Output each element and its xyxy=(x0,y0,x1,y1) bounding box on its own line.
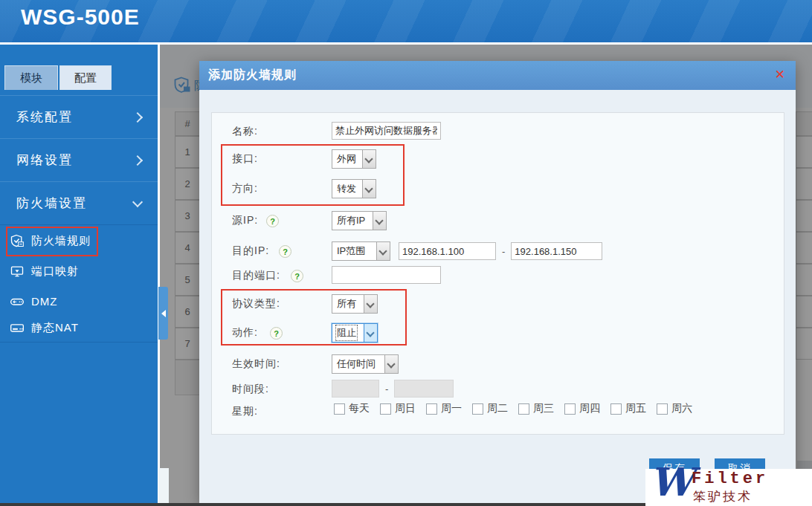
week-checkbox-tuesday[interactable] xyxy=(472,403,483,415)
source-ip-label: 源IP: xyxy=(232,211,258,230)
time-range-row: 时间段: - xyxy=(212,380,784,399)
direction-row: 方向: 转发 xyxy=(212,179,784,198)
source-ip-row: 源IP: ? 所有IP xyxy=(212,211,784,230)
protocol-label: 协议类型: xyxy=(232,294,280,314)
source-ip-select[interactable]: 所有IP xyxy=(332,211,387,230)
sidebar-item-system-config[interactable]: 系统配置 xyxy=(0,95,158,139)
monitor-icon xyxy=(9,264,25,279)
sidebar-item-firewall-rules[interactable]: 防火墙规则 xyxy=(0,228,158,253)
app-header: WSG-500E xyxy=(0,0,812,42)
collapse-left-icon xyxy=(161,310,166,317)
effective-time-label: 生效时间: xyxy=(232,354,280,374)
sidebar-item-dmz[interactable]: DMZ xyxy=(0,288,158,314)
sidebar-divider xyxy=(0,342,158,343)
device-title: WSG-500E xyxy=(21,4,140,30)
dest-port-label: 目的端口: xyxy=(232,266,280,285)
action-row: 动作: ? 阻止 xyxy=(212,323,784,343)
effective-time-select[interactable]: 任何时间 xyxy=(332,354,399,374)
wfilter-brand-text: Filter xyxy=(692,470,768,488)
name-label: 名称: xyxy=(232,122,258,141)
wfilter-logo: W xyxy=(650,460,693,505)
sidebar-item-static-nat[interactable]: 静态NAT xyxy=(0,315,158,340)
add-firewall-rule-dialog: 添加防火墙规则 ✕ 名称: 接口: 外网 方向: xyxy=(199,61,796,503)
range-separator: - xyxy=(385,383,388,395)
wfilter-watermark: W Filter 笨驴技术 xyxy=(645,469,812,506)
chevron-down-icon xyxy=(373,212,386,230)
week-label: 星期: xyxy=(232,402,258,421)
tab-config[interactable]: 配置 xyxy=(59,65,112,90)
dest-port-input[interactable] xyxy=(332,266,441,284)
time-range-label: 时间段: xyxy=(232,380,269,399)
server-icon xyxy=(9,320,25,335)
sidebar-item-firewall-settings[interactable]: 防火墙设置 xyxy=(0,181,158,225)
week-row: 星期: 每天 周日 周一 周二 周三 周四 周五 xyxy=(212,402,784,421)
help-icon[interactable]: ? xyxy=(279,245,291,258)
chevron-right-icon xyxy=(132,111,143,122)
dest-ip-select[interactable]: IP范围 xyxy=(332,241,390,261)
action-select[interactable]: 阻止 xyxy=(332,323,378,343)
direction-select[interactable]: 转发 xyxy=(332,179,376,198)
help-icon[interactable]: ? xyxy=(270,327,283,340)
dest-port-row: 目的端口: ? xyxy=(212,266,784,285)
router-icon xyxy=(9,293,25,308)
week-checkbox-monday[interactable] xyxy=(426,403,437,415)
help-icon[interactable]: ? xyxy=(291,270,303,282)
dest-ip-start-input[interactable] xyxy=(399,242,496,260)
rule-form: 名称: 接口: 外网 方向: 转发 xyxy=(211,112,784,435)
dest-ip-row: 目的IP: ? IP范围 - xyxy=(212,241,784,261)
week-checkbox-everyday[interactable] xyxy=(334,403,345,415)
week-checkbox-wednesday[interactable] xyxy=(518,403,529,415)
chevron-down-icon xyxy=(376,242,390,260)
name-input[interactable] xyxy=(332,122,441,140)
week-checkbox-saturday[interactable] xyxy=(657,403,668,415)
sidebar-item-port-mapping[interactable]: 端口映射 xyxy=(0,259,158,284)
help-icon[interactable]: ? xyxy=(266,215,279,227)
chevron-down-icon xyxy=(364,324,377,342)
time-start-input xyxy=(332,380,379,398)
shield-check-icon xyxy=(9,233,25,248)
dialog-titlebar: 添加防火墙规则 ✕ xyxy=(199,61,796,90)
sidebar: 模块 配置 系统配置 网络设置 防火墙设置 防火墙规则 xyxy=(0,45,158,506)
time-end-input xyxy=(394,380,454,398)
chevron-down-icon xyxy=(362,180,376,198)
week-checkbox-thursday[interactable] xyxy=(564,403,576,415)
chevron-down-icon xyxy=(384,355,398,373)
scroll-corner xyxy=(158,468,169,504)
direction-label: 方向: xyxy=(232,179,258,198)
sidebar-collapse-handle[interactable] xyxy=(158,287,168,340)
interface-select[interactable]: 外网 xyxy=(332,149,376,169)
tab-modules[interactable]: 模块 xyxy=(4,65,58,90)
sidebar-tabs: 模块 配置 xyxy=(0,65,158,91)
chevron-right-icon xyxy=(132,155,143,165)
protocol-row: 协议类型: 所有 xyxy=(212,294,784,314)
effective-time-row: 生效时间: 任何时间 xyxy=(212,354,784,374)
week-checkbox-sunday[interactable] xyxy=(380,403,391,415)
name-row: 名称: xyxy=(212,122,784,141)
dialog-title: 添加防火墙规则 xyxy=(208,68,297,83)
range-separator: - xyxy=(502,246,505,257)
action-label: 动作: xyxy=(232,323,258,343)
wfilter-company-text: 笨驴技术 xyxy=(693,488,753,505)
dest-ip-label: 目的IP: xyxy=(232,241,269,261)
sidebar-item-network-settings[interactable]: 网络设置 xyxy=(0,138,158,182)
chevron-down-icon xyxy=(364,295,377,313)
chevron-down-icon xyxy=(362,150,376,168)
interface-row: 接口: 外网 xyxy=(212,149,784,169)
week-checkbox-friday[interactable] xyxy=(610,403,622,415)
close-icon[interactable]: ✕ xyxy=(775,68,785,82)
app-root: WSG-500E 模块 配置 系统配置 网络设置 防火墙设置 防火墙规则 xyxy=(0,0,812,506)
interface-label: 接口: xyxy=(232,149,258,169)
chevron-down-icon xyxy=(132,197,143,207)
protocol-select[interactable]: 所有 xyxy=(332,294,378,314)
dest-ip-end-input[interactable] xyxy=(511,242,602,260)
